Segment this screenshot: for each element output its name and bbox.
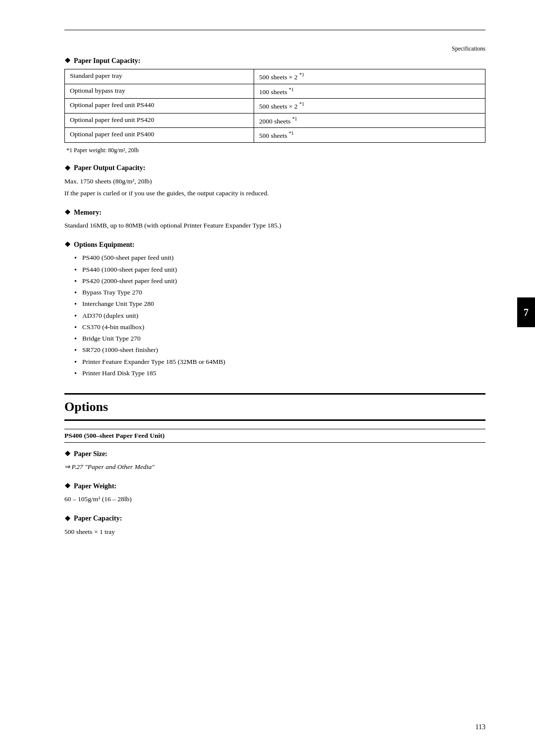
options-title: Options — [64, 398, 485, 416]
table-row: Optional paper feed unit PS440500 sheets… — [65, 99, 485, 114]
section-header: Specifications — [64, 45, 485, 53]
list-item: PS400 (500-sheet paper feed unit) — [74, 253, 485, 263]
list-item: Interchange Unit Type 280 — [74, 299, 485, 309]
table-cell-item: Optional paper feed unit PS440 — [65, 99, 254, 114]
page-number: 113 — [476, 723, 485, 731]
paper-weight-section: ❖ Paper Weight: 60 – 105g/m² (16 – 28lb) — [64, 482, 485, 504]
table-cell-item: Standard paper tray — [65, 69, 254, 84]
diamond-icon-4: ❖ — [64, 240, 71, 249]
paper-capacity-text: 500 sheets × 1 tray — [64, 527, 485, 537]
diamond-icon-5: ❖ — [64, 450, 71, 458]
table-cell-item: Optional bypass tray — [65, 84, 254, 99]
paper-input-footnote: *1 Paper weight: 80g/m², 20lb — [66, 147, 485, 154]
list-item: SR720 (1000-sheet finisher) — [74, 345, 485, 355]
ps400-title: PS400 (500–sheet Paper Feed Unit) — [64, 432, 485, 440]
diamond-icon-3: ❖ — [64, 208, 71, 217]
options-equipment-section: ❖ Options Equipment: PS400 (500-sheet pa… — [64, 240, 485, 378]
page: Specifications ❖ Paper Input Capacity: S… — [0, 0, 535, 756]
table-cell-value: 500 sheets × 2 *1 — [254, 69, 485, 84]
options-equipment-list: PS400 (500-sheet paper feed unit)PS440 (… — [64, 253, 485, 378]
top-rule — [64, 30, 485, 30]
list-item: Printer Feature Expander Type 185 (32MB … — [74, 357, 485, 367]
table-cell-value: 500 sheets *1 — [254, 128, 485, 143]
paper-input-section: ❖ Paper Input Capacity: Standard paper t… — [64, 57, 485, 154]
list-item: Bridge Unit Type 270 — [74, 334, 485, 344]
diamond-icon-2: ❖ — [64, 164, 71, 173]
paper-output-line1: Max. 1750 sheets (80g/m², 20lb) — [64, 176, 485, 186]
paper-output-section: ❖ Paper Output Capacity: Max. 1750 sheet… — [64, 164, 485, 199]
list-item: Printer Hard Disk Type 185 — [74, 368, 485, 378]
memory-section: ❖ Memory: Standard 16MB, up to 80MB (wit… — [64, 208, 485, 231]
paper-weight-title: ❖ Paper Weight: — [64, 482, 485, 490]
list-item: PS420 (2000-sheet paper feed unit) — [74, 276, 485, 286]
table-row: Optional paper feed unit PS4202000 sheet… — [65, 113, 485, 128]
memory-title: ❖ Memory: — [64, 208, 485, 217]
table-cell-item: Optional paper feed unit PS400 — [65, 128, 254, 143]
paper-capacity-title: ❖ Paper Capacity: — [64, 515, 485, 523]
options-title-bar: Options — [64, 393, 485, 421]
paper-weight-text: 60 – 105g/m² (16 – 28lb) — [64, 494, 485, 504]
table-row: Optional bypass tray100 sheets *1 — [65, 84, 485, 99]
paper-output-line2: If the paper is curled or if you use the… — [64, 188, 485, 198]
diamond-icon: ❖ — [64, 57, 71, 65]
paper-output-title: ❖ Paper Output Capacity: — [64, 164, 485, 173]
list-item: CS370 (4-bin mailbox) — [74, 322, 485, 332]
options-equipment-title: ❖ Options Equipment: — [64, 240, 485, 249]
paper-size-title: ❖ Paper Size: — [64, 450, 485, 458]
table-cell-value: 2000 sheets *1 — [254, 113, 485, 128]
table-cell-value: 100 sheets *1 — [254, 84, 485, 99]
paper-input-table: Standard paper tray500 sheets × 2 *1Opti… — [64, 69, 485, 143]
paper-size-ref: ⇒ P.27 "Paper and Other Media" — [64, 462, 485, 472]
chapter-tab: 7 — [517, 297, 535, 327]
table-row: Optional paper feed unit PS400500 sheets… — [65, 128, 485, 143]
memory-text: Standard 16MB, up to 80MB (with optional… — [64, 221, 485, 231]
list-item: AD370 (duplex unit) — [74, 311, 485, 321]
table-cell-value: 500 sheets × 2 *1 — [254, 99, 485, 114]
ps400-title-bar: PS400 (500–sheet Paper Feed Unit) — [64, 429, 485, 443]
paper-capacity-section: ❖ Paper Capacity: 500 sheets × 1 tray — [64, 515, 485, 537]
diamond-icon-6: ❖ — [64, 482, 71, 490]
paper-size-section: ❖ Paper Size: ⇒ P.27 "Paper and Other Me… — [64, 450, 485, 472]
diamond-icon-7: ❖ — [64, 515, 71, 523]
options-section: Options PS400 (500–sheet Paper Feed Unit… — [64, 393, 485, 537]
table-cell-item: Optional paper feed unit PS420 — [65, 113, 254, 128]
paper-input-title: ❖ Paper Input Capacity: — [64, 57, 485, 65]
table-row: Standard paper tray500 sheets × 2 *1 — [65, 69, 485, 84]
list-item: PS440 (1000-sheet paper feed unit) — [74, 265, 485, 275]
list-item: Bypass Tray Type 270 — [74, 288, 485, 297]
